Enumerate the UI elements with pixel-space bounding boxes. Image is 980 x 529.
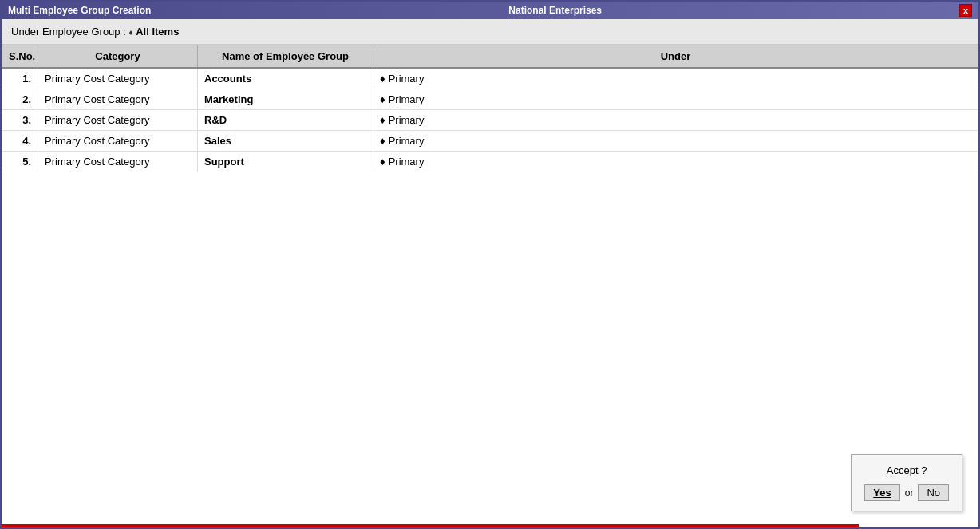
red-bar [2, 524, 859, 527]
under-diamond: ♦ [380, 156, 385, 168]
cell-sno: 1. [2, 69, 38, 89]
cell-category: Primary Cost Category [38, 89, 198, 109]
cell-category: Primary Cost Category [38, 110, 198, 130]
main-window: Multi Employee Group Creation National E… [0, 0, 980, 529]
under-value: Primary [389, 73, 425, 85]
table-row[interactable]: 4. Primary Cost Category Sales ♦ Primary [2, 131, 978, 152]
table-row[interactable]: 2. Primary Cost Category Marketing ♦ Pri… [2, 89, 978, 110]
cell-group-name: Accounts [198, 69, 373, 89]
cell-category: Primary Cost Category [38, 152, 198, 172]
cell-under: ♦ Primary [373, 89, 978, 109]
under-value: Primary [389, 93, 425, 105]
cell-sno: 2. [2, 89, 38, 109]
header-category: Category [38, 45, 198, 67]
cell-under: ♦ Primary [373, 152, 978, 172]
table-row[interactable]: 1. Primary Cost Category Accounts ♦ Prim… [2, 69, 978, 89]
under-diamond: ♦ [380, 135, 385, 147]
cell-sno: 4. [2, 131, 38, 151]
accept-question: Accept ? [864, 464, 949, 476]
cell-group-name: Sales [198, 131, 373, 151]
under-value: Primary [389, 135, 425, 147]
diamond-icon: ♦ [128, 28, 132, 37]
no-button[interactable]: No [918, 484, 949, 501]
cell-under: ♦ Primary [373, 69, 978, 89]
table-row[interactable]: 5. Primary Cost Category Support ♦ Prima… [2, 152, 978, 172]
accept-dialog: Accept ? Yes or No [851, 454, 962, 511]
under-diamond: ♦ [380, 93, 385, 105]
cell-group-name: Support [198, 152, 373, 172]
title-bar: Multi Employee Group Creation National E… [2, 2, 978, 19]
content-area: S.No. Category Name of Employee Group Un… [2, 45, 978, 527]
under-diamond: ♦ [380, 73, 385, 85]
under-value: Primary [389, 156, 425, 168]
cell-sno: 5. [2, 152, 38, 172]
cell-group-name: R&D [198, 110, 373, 130]
header-name: Name of Employee Group [198, 45, 373, 67]
cell-group-name: Marketing [198, 89, 373, 109]
window-title: Multi Employee Group Creation [8, 5, 151, 16]
header-sno: S.No. [2, 45, 38, 67]
under-employee-bar: Under Employee Group : ♦ All Items [2, 19, 978, 45]
table-row[interactable]: 3. Primary Cost Category R&D ♦ Primary [2, 110, 978, 131]
cell-under: ♦ Primary [373, 131, 978, 151]
under-diamond: ♦ [380, 114, 385, 126]
company-name: National Enterprises [508, 5, 602, 16]
cell-category: Primary Cost Category [38, 131, 198, 151]
cell-under: ♦ Primary [373, 110, 978, 130]
table-body: 1. Primary Cost Category Accounts ♦ Prim… [2, 69, 978, 527]
header-under: Under [373, 45, 978, 67]
cell-sno: 3. [2, 110, 38, 130]
under-employee-label: Under Employee Group [11, 26, 121, 38]
close-button[interactable]: x [959, 4, 972, 17]
cell-category: Primary Cost Category [38, 69, 198, 89]
accept-buttons: Yes or No [864, 484, 949, 501]
under-value: Primary [389, 114, 425, 126]
or-label: or [905, 488, 914, 499]
yes-button[interactable]: Yes [864, 484, 899, 501]
under-employee-value: All Items [136, 26, 179, 38]
table-header: S.No. Category Name of Employee Group Un… [2, 45, 978, 69]
